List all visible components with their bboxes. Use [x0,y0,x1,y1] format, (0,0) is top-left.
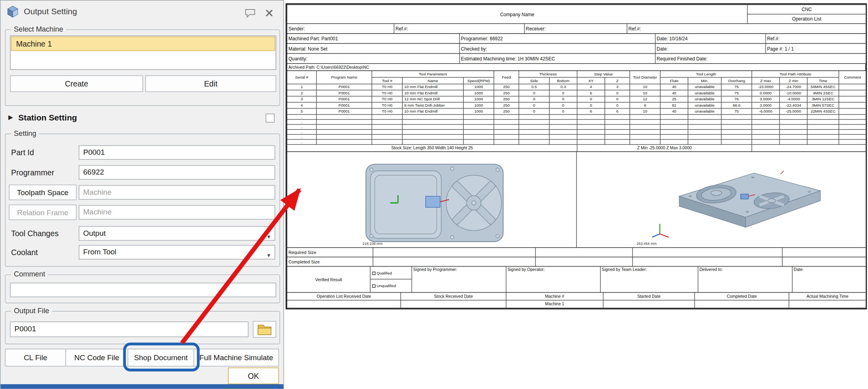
station-setting-checkbox[interactable] [265,114,274,122]
nc-code-file-button[interactable]: NC Code File [66,349,128,366]
folder-icon [257,323,272,336]
company-name: Company Name [287,5,747,24]
operation-list-received-date-label: Operation List Received Date [287,293,401,301]
ok-button[interactable]: OK [228,368,279,384]
tool-table-cell [660,115,688,120]
tool-table-cell [807,134,839,139]
speech-bubble-icon [245,8,256,17]
tool-table-cell: 0 [605,96,630,102]
browse-button[interactable] [253,321,276,338]
machine-list[interactable]: Machine 1 [10,36,276,70]
tool-table-cell [630,134,660,139]
chevron-down-icon[interactable]: ▼ [266,230,271,241]
tool-table-cell: 8 [630,102,660,108]
tool-table-cell [494,139,519,145]
verified-result-label: Verified Result [287,267,370,293]
tool-table-cell: 0.5 [519,84,549,90]
toolpath-space-button[interactable]: Toolpath Space [9,184,76,200]
tool-table-cell: . [287,130,316,135]
feedback-button[interactable] [243,7,257,18]
tool-table-cell [463,124,494,130]
tool-table-cell: -25.0000 [780,108,807,114]
chevron-down-icon[interactable]: ▼ [266,249,271,259]
station-setting-header[interactable]: ▶ Station Setting [5,110,280,127]
tool-table-cell [660,139,688,145]
tool-table-cell: . [287,120,316,125]
tool-table-cell [577,120,605,125]
empty-cell [401,300,506,308]
stock-size-row: Stock Size: Length 350 Width 140 Height … [287,145,866,152]
col-name: Name [402,77,463,84]
tool-table-cell [372,139,402,145]
machined-part: Machined Part: Part001 [287,34,459,43]
group-step-value: Step Value [577,71,630,77]
machine-list-item[interactable]: Machine 1 [11,37,275,51]
empty-cell [535,257,633,267]
tool-changes-select[interactable]: Output ▼ [79,226,275,241]
empty-cell [633,248,782,257]
programmer: Programmer: 66922 [459,34,655,43]
shop-document-button[interactable]: Shop Document [128,349,194,366]
right-triangle-icon[interactable]: ▶ [8,114,13,121]
unqualified-label: Unqualified [377,284,396,288]
tool-table-cell [688,139,721,145]
tool-table-cell [839,134,866,139]
tool-table-cell: 250 [494,102,519,108]
tool-table-cell: 6 [577,108,605,114]
tool-table-cell: . [287,124,316,130]
tool-table-cell: 0 [519,102,549,108]
tool-table-cell [688,124,721,130]
document-header-table: Company Name CNC Operation List [287,4,866,24]
machine-number-label: Machine # [506,293,603,301]
tool-table-cell [463,115,494,120]
tool-table-cell: 0.0000 [752,90,780,96]
programmer-input[interactable]: 66922 [79,165,275,179]
required-finished-date: Required Finished Date: [655,53,866,63]
tool-table-cell [839,84,866,90]
qualified-option: Qualified [371,267,412,279]
tool-table-cell [463,130,494,135]
tool-table-cell [402,139,463,145]
empty-cell [752,145,866,152]
tool-table-cell: 250 [494,84,519,90]
create-button[interactable]: Create [10,75,143,92]
tool-table-cell: T0 H0 [372,90,402,96]
ref-label: Ref.#: [766,34,866,43]
edit-button[interactable]: Edit [145,75,276,92]
output-file-legend: Output File [11,306,52,315]
tool-table-cell: 12 [630,96,660,102]
col-serial: Serial # [287,71,316,84]
tool-table-cell [577,130,605,135]
tool-table-cell [549,134,577,139]
output-file-input[interactable]: P0001 [10,321,249,337]
col-overhang: Overhang [721,77,752,84]
tool-table-cell [839,115,866,120]
tool-table-cell [605,115,630,120]
tool-table-cell [630,115,660,120]
tool-table-cell [605,134,630,139]
tool-table-cell [630,124,660,130]
tool-table-cell [402,120,463,125]
close-button[interactable] [262,7,276,18]
qualified-checkbox[interactable] [372,272,375,275]
cnc-label: CNC [747,5,866,14]
setting-group: Setting Part Id P0001 Programmer 66922 T… [5,133,280,267]
part-id-input[interactable]: P0001 [79,145,275,160]
tool-table-cell [807,124,839,130]
tool-table-cell [807,139,839,145]
tool-table-cell [577,139,605,145]
coolant-select[interactable]: From Tool ▼ [79,245,275,259]
tool-table-cell: 3.0000 [752,96,780,102]
unqualified-checkbox[interactable] [372,284,375,288]
comment-input[interactable] [10,283,276,297]
material-row: Material: None Set Checked by: Date: Pag… [287,43,866,54]
full-machine-simulate-button[interactable]: Full Machine Simulate [194,349,279,366]
tool-table-cell [780,120,807,125]
tool-table-cell [721,139,752,145]
part-iso-view-panel: 263.454 mm [576,152,866,248]
col-z-min: Z min [780,77,807,84]
tool-table-cell [839,90,866,96]
cl-file-button[interactable]: CL File [5,349,66,366]
tool-table: Serial # Program Name Tool Parameters Fe… [287,70,866,152]
tool-table-cell [630,120,660,125]
